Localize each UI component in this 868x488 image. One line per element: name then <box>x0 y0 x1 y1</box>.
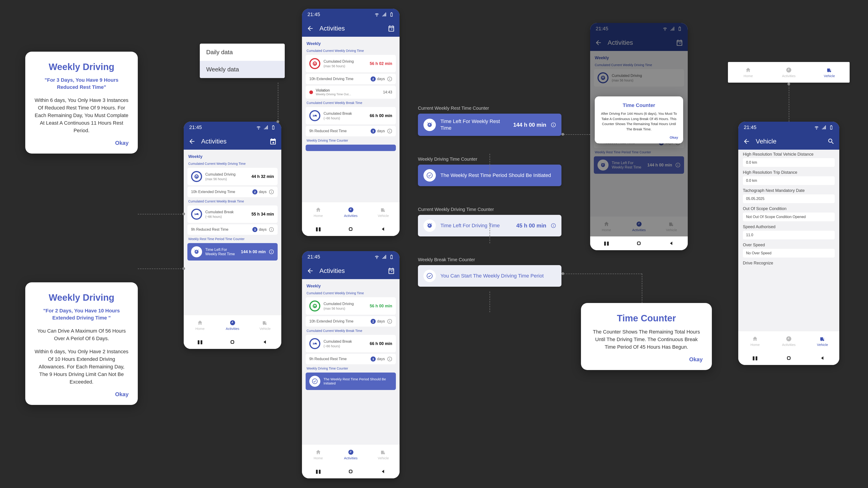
softkeys <box>590 236 688 250</box>
violation-row[interactable]: ViolationWeekly Driving Time Out... 14:4… <box>306 86 396 99</box>
recent-key[interactable] <box>315 468 322 475</box>
info-icon[interactable] <box>551 122 556 127</box>
home-key[interactable] <box>347 468 354 475</box>
nav-home[interactable]: Home <box>302 202 335 222</box>
cumulated-driving-card[interactable]: Cumulated Driving(max 56 hours) 56 h 02 … <box>306 55 396 72</box>
calendar-icon[interactable] <box>388 25 395 32</box>
home-icon <box>745 67 751 73</box>
back-icon[interactable] <box>307 25 314 32</box>
back-key[interactable] <box>380 468 387 475</box>
okay-button[interactable]: Okay <box>34 140 129 146</box>
time-left-rest-card[interactable]: Time Left For Weekly Rest Time 144 h 00 … <box>187 243 278 261</box>
tab-home[interactable]: Home <box>728 62 769 83</box>
row-value[interactable]: No Over Speed <box>743 249 835 258</box>
cumulated-driving-card[interactable]: Cumulated Driving(max 56 hours) 44 h 32 … <box>187 168 278 185</box>
recent-key[interactable] <box>751 355 758 361</box>
info-icon[interactable] <box>387 356 392 361</box>
reduced-rest-row[interactable]: 9h Reduced Rest Time 3days <box>306 354 396 364</box>
wheel-icon <box>194 174 199 179</box>
recent-key[interactable] <box>315 226 322 232</box>
alarm-icon <box>600 162 606 168</box>
clock-icon <box>348 207 354 213</box>
home-key[interactable] <box>636 240 642 247</box>
back-icon[interactable] <box>307 267 314 274</box>
rest-initiated-card[interactable]: The Weekly Rest Time Period Should Be In… <box>306 372 396 390</box>
home-key[interactable] <box>229 338 236 346</box>
tab-vehicle[interactable]: Vehicle <box>809 62 849 83</box>
counter-card-partial[interactable] <box>306 144 396 151</box>
cumulated-break-card[interactable]: Cumulated Break(~66 hours) 66 h 00 min <box>306 107 396 124</box>
card-sub: (max 56 hours) <box>323 64 367 68</box>
info-icon[interactable] <box>269 249 274 254</box>
extended-driving-row[interactable]: 10h Extended Driving Time 2days <box>306 74 396 84</box>
violation-time: 14:43 <box>383 90 392 94</box>
row-value[interactable]: Not Out Of Scope Condition Opened <box>743 213 835 221</box>
nav-home[interactable]: Home <box>738 331 772 351</box>
row-value[interactable]: 0.0 km <box>743 176 835 185</box>
nav-activities[interactable]: Activities <box>772 331 806 351</box>
flow-arrow <box>789 83 789 122</box>
nav-label: Activities <box>632 228 646 232</box>
info-icon[interactable] <box>387 319 392 324</box>
info-icon[interactable] <box>269 189 274 194</box>
back-key[interactable] <box>380 226 387 232</box>
calendar-plus-icon[interactable] <box>269 138 277 145</box>
nav-activities[interactable]: Activities <box>216 315 249 335</box>
card-value: 66 h 00 min <box>370 113 392 118</box>
bottom-nav: Home Activities Vehicle <box>738 331 839 351</box>
rest-time-counter-card[interactable]: Time Left For Weekly Rest Time 144 h 00 … <box>418 113 561 136</box>
nav-vehicle[interactable]: Vehicle <box>367 445 400 464</box>
okay-button[interactable]: Okay <box>600 135 678 139</box>
info-icon[interactable] <box>551 223 556 228</box>
nav-vehicle[interactable]: Vehicle <box>367 202 400 222</box>
status-time: 21:45 <box>308 11 320 18</box>
calendar-icon[interactable] <box>676 39 683 46</box>
home-key[interactable] <box>347 226 354 232</box>
info-icon[interactable] <box>269 227 274 232</box>
nav-vehicle[interactable]: Vehicle <box>806 331 839 351</box>
cumulated-break-card[interactable]: Cumulated Break(~66 hours) 66 h 00 min <box>306 335 396 352</box>
nav-home[interactable]: Home <box>184 315 216 335</box>
back-icon[interactable] <box>188 138 196 145</box>
menu-item-weekly[interactable]: Weekly data <box>200 61 285 78</box>
break-time-counter-card[interactable]: You Can Start The Weekly Driving Time Pe… <box>418 265 561 287</box>
back-icon[interactable] <box>595 39 602 46</box>
section-cum-drive: Cumulated Current Weekly Driving Time <box>302 48 400 54</box>
violation-sub: Weekly Driving Time Out... <box>316 93 351 96</box>
reduced-rest-row[interactable]: 9h Reduced Rest Time 3days <box>306 126 396 136</box>
reduced-rest-row[interactable]: 9h Reduced Rest Time 3days <box>187 224 278 235</box>
search-icon[interactable] <box>827 138 835 145</box>
signal-icon <box>264 125 269 130</box>
row-value[interactable]: 0.0 km <box>743 158 835 167</box>
menu-item-daily[interactable]: Daily data <box>200 43 285 61</box>
card-value: 144 h 00 min <box>241 250 266 254</box>
okay-button[interactable]: Okay <box>590 356 703 363</box>
tab-activities[interactable]: Activities <box>769 62 809 83</box>
cumulated-driving-card[interactable]: Cumulated Driving(max 56 hours) 56 h 00 … <box>306 297 396 315</box>
calendar-icon[interactable] <box>388 267 395 274</box>
nav-activities[interactable]: Activities <box>335 202 367 222</box>
recent-key[interactable] <box>603 240 610 247</box>
nav-vehicle[interactable]: Vehicle <box>249 315 281 335</box>
home-key[interactable] <box>785 355 792 361</box>
status-bar: 21:45 <box>738 122 839 133</box>
back-key[interactable] <box>819 355 826 361</box>
row-value[interactable]: 05.05.2025 <box>743 194 835 203</box>
nav-home[interactable]: Home <box>302 445 335 464</box>
app-title: Activities <box>201 138 264 145</box>
row-value[interactable]: 11.0 <box>743 231 835 239</box>
extended-driving-row[interactable]: 10h Extended Driving Time 2days <box>187 187 278 197</box>
nav-activities[interactable]: Activities <box>335 445 367 464</box>
softkeys <box>184 335 281 349</box>
flow-arrow <box>138 214 184 215</box>
info-icon[interactable] <box>387 129 392 134</box>
app-title: Activities <box>319 267 382 274</box>
recent-key[interactable] <box>196 338 204 346</box>
extended-driving-row[interactable]: 10h Extended Driving Time 2days <box>306 316 396 327</box>
back-key[interactable] <box>261 338 269 346</box>
back-icon[interactable] <box>743 138 750 145</box>
okay-button[interactable]: Okay <box>34 391 129 397</box>
back-key[interactable] <box>668 240 675 247</box>
cumulated-break-card[interactable]: Cumulated Break(~66 hours) 55 h 34 min <box>187 205 278 223</box>
info-icon[interactable] <box>387 76 392 82</box>
